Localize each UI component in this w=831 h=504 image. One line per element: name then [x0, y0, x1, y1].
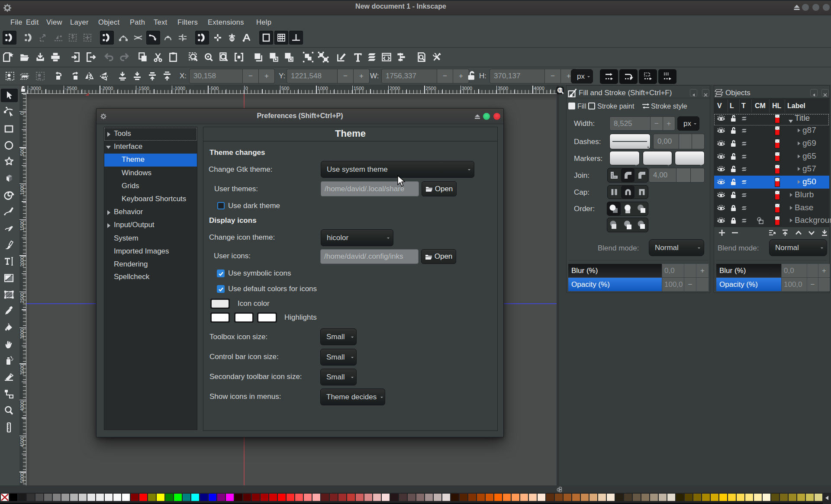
svg-text:1:1: 1:1	[558, 88, 563, 92]
